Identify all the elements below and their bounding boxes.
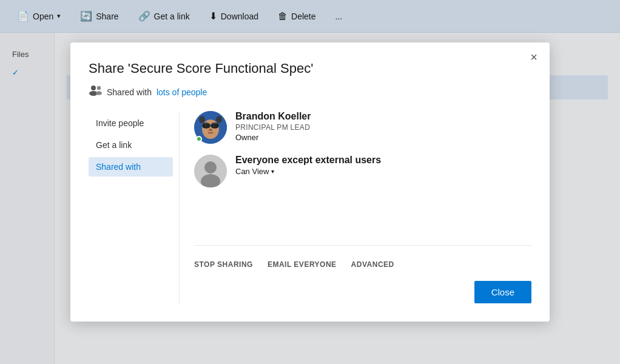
svg-point-3 — [96, 91, 102, 95]
modal-overlay: × Share 'Secure Score Functional Spec' S… — [0, 0, 620, 364]
permission-dropdown[interactable]: Can View ▾ — [235, 167, 274, 176]
svg-rect-15 — [203, 124, 209, 128]
modal-right-content: Brandon Koeller PRINCIPAL PM LEAD Owner — [180, 111, 531, 303]
nav-get-a-link[interactable]: Get a link — [89, 135, 173, 155]
svg-point-12 — [209, 129, 212, 131]
can-view-label: Can View — [235, 167, 269, 176]
svg-point-2 — [97, 86, 101, 90]
shared-with-prefix: Shared with — [107, 87, 152, 97]
shared-with-link[interactable]: lots of people — [157, 87, 207, 97]
modal-close-button[interactable]: × — [530, 51, 537, 63]
avatar-brandon-container — [194, 111, 227, 144]
stop-sharing-button[interactable]: STOP SHARING — [194, 258, 253, 271]
nav-invite-people[interactable]: Invite people — [89, 113, 173, 133]
svg-point-13 — [199, 116, 205, 123]
modal-nav: Invite people Get a link Shared with — [89, 111, 180, 303]
generic-avatar-svg — [194, 155, 227, 187]
svg-point-0 — [91, 86, 96, 90]
svg-rect-16 — [212, 124, 218, 128]
online-indicator — [196, 136, 202, 142]
user-perm-brandon: Owner — [235, 133, 311, 142]
user-info-brandon: Brandon Koeller PRINCIPAL PM LEAD Owner — [235, 111, 311, 142]
svg-point-19 — [204, 161, 217, 174]
avatar-everyone — [194, 155, 227, 187]
chevron-down-icon: ▾ — [271, 168, 274, 175]
user-list: Brandon Koeller PRINCIPAL PM LEAD Owner — [194, 111, 531, 233]
user-info-everyone: Everyone except external users Can View … — [235, 155, 381, 176]
user-name-everyone: Everyone except external users — [235, 155, 381, 166]
user-item-everyone: Everyone except external users Can View … — [194, 155, 531, 187]
user-name-brandon: Brandon Koeller — [235, 111, 311, 122]
svg-point-14 — [216, 116, 222, 123]
advanced-button[interactable]: ADVANCED — [351, 258, 394, 271]
people-group-icon — [89, 85, 102, 99]
close-modal-button[interactable]: Close — [474, 281, 531, 303]
modal-close-row: Close — [194, 281, 531, 303]
avatar-everyone-container — [194, 155, 227, 187]
user-item-brandon: Brandon Koeller PRINCIPAL PM LEAD Owner — [194, 111, 531, 144]
user-perm-everyone: Can View ▾ — [235, 167, 381, 176]
nav-shared-with[interactable]: Shared with — [89, 157, 173, 177]
modal-title: Share 'Secure Score Functional Spec' — [89, 61, 531, 76]
modal-footer-actions: STOP SHARING EMAIL EVERYONE ADVANCED — [194, 245, 531, 271]
shared-info-row: Shared with lots of people — [89, 85, 531, 99]
share-modal: × Share 'Secure Score Functional Spec' S… — [70, 42, 550, 322]
email-everyone-button[interactable]: EMAIL EVERYONE — [268, 258, 337, 271]
user-role-brandon: PRINCIPAL PM LEAD — [235, 123, 311, 132]
modal-body: Invite people Get a link Shared with — [89, 111, 531, 303]
